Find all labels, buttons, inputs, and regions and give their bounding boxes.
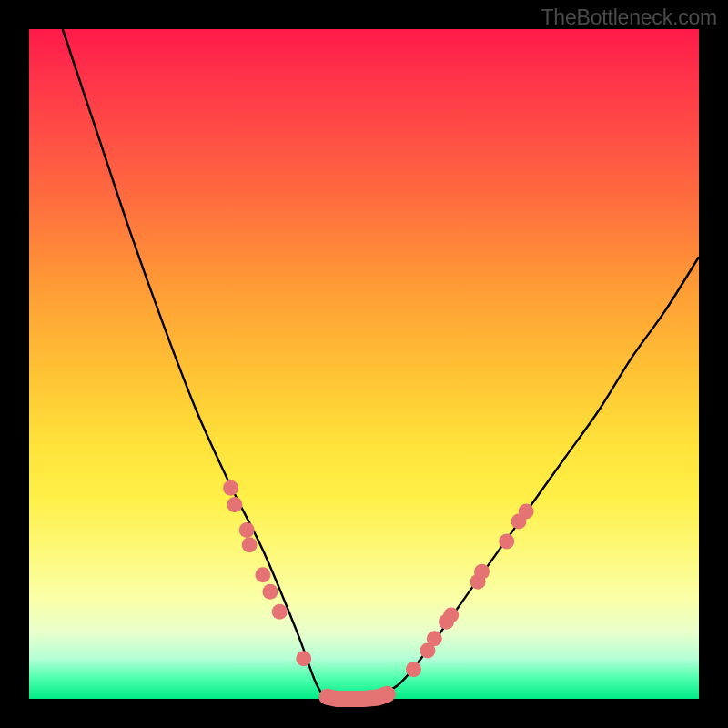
- curve-svg: [29, 29, 699, 699]
- bottom-plateau: [328, 694, 388, 699]
- curve-marker: [262, 584, 278, 600]
- curve-marker: [443, 608, 459, 623]
- curve-marker: [474, 564, 490, 580]
- curve-marker: [406, 662, 421, 677]
- curve-marker: [272, 604, 288, 620]
- curve-marker: [223, 480, 238, 496]
- curve-marker: [519, 503, 534, 519]
- curve-marker: [239, 522, 255, 538]
- curve-marker: [427, 631, 442, 646]
- watermark-text: TheBottleneck.com: [541, 5, 717, 30]
- curve-marker: [242, 537, 258, 552]
- chart-frame: TheBottleneck.com: [0, 0, 728, 728]
- curve-marker: [255, 567, 270, 582]
- curve-markers: [223, 480, 534, 677]
- curve-marker: [296, 651, 311, 666]
- curve-marker: [227, 497, 242, 512]
- bottleneck-curve: [63, 29, 699, 700]
- plot-area: [29, 29, 699, 699]
- curve-marker: [499, 534, 514, 550]
